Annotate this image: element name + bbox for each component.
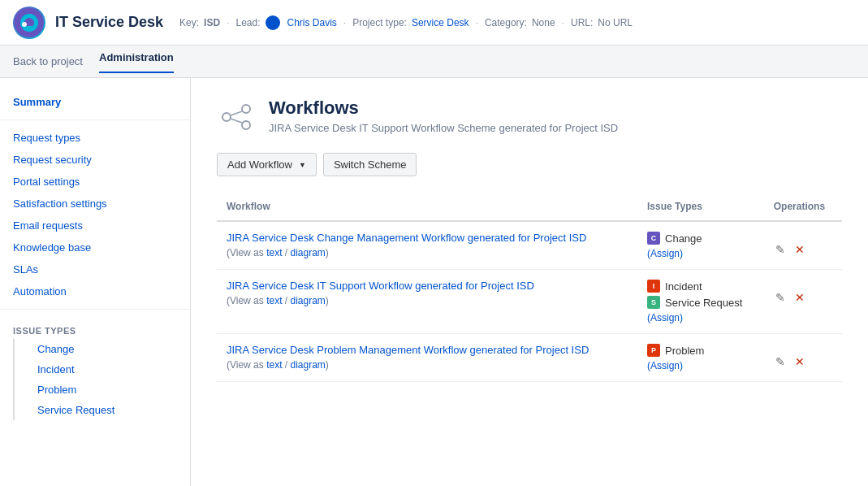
diagram-link-0[interactable]: diagram (291, 247, 326, 258)
issue-type-name: Incident (665, 280, 702, 293)
edit-button-2[interactable]: ✎ (774, 354, 787, 370)
sidebar-item-knowledge-base[interactable]: Knowledge base (0, 236, 190, 258)
edit-button-1[interactable]: ✎ (774, 289, 787, 306)
category-label: Category: (485, 17, 527, 28)
issue-type-icon-service-request: S (647, 296, 660, 309)
assign-link-1[interactable]: (Assign) (647, 312, 754, 323)
delete-button-0[interactable]: ✕ (793, 241, 806, 258)
category-value: None (532, 17, 555, 28)
assign-link-2[interactable]: (Assign) (647, 360, 754, 371)
sidebar-item-portal-settings[interactable]: Portal settings (0, 171, 190, 193)
url-value: No URL (598, 17, 633, 28)
issue-type-name: Service Request (665, 297, 742, 309)
sidebar: Summary Request types Request security P… (0, 78, 191, 486)
sidebar-item-slas[interactable]: SLAs (0, 258, 190, 280)
admin-tab[interactable]: Administration (99, 51, 174, 73)
workflow-view-1: (View as text / diagram) (227, 295, 628, 306)
text-link-1[interactable]: text (266, 295, 282, 306)
text-link-0[interactable]: text (266, 247, 282, 258)
issue-type-name: Change (665, 232, 702, 245)
col-issue-types: Issue Types (637, 193, 764, 221)
workflows-icon (217, 98, 256, 137)
app-header: IT Service Desk Key: ISD · Lead: Chris D… (0, 0, 868, 46)
subheader: Back to project Administration (0, 46, 868, 78)
app-title: IT Service Desk (55, 14, 163, 31)
app-logo (13, 7, 45, 39)
operations-cell-2: ✎ ✕ (774, 344, 832, 370)
lead-label: Lead: (235, 17, 260, 28)
operations-cell-0: ✎ ✕ (774, 232, 832, 258)
type-label: Project type: (352, 17, 407, 28)
edit-button-0[interactable]: ✎ (774, 241, 787, 258)
page-header: Workflows JIRA Service Desk IT Support W… (217, 98, 842, 137)
issue-type-item: S Service Request (647, 296, 754, 309)
back-to-project-link[interactable]: Back to project (13, 55, 83, 67)
page-header-text: Workflows JIRA Service Desk IT Support W… (269, 98, 618, 134)
sidebar-item-change[interactable]: Change (13, 339, 190, 359)
url-label: URL: (571, 17, 593, 28)
workflow-view-0: (View as text / diagram) (227, 247, 628, 258)
issue-type-item: C Change (647, 232, 754, 245)
svg-point-5 (222, 113, 231, 121)
issue-type-item: P Problem (647, 344, 754, 357)
table-header-row: Workflow Issue Types Operations (217, 193, 842, 221)
issue-type-item: I Incident (647, 280, 754, 293)
dot1: · (227, 17, 229, 28)
project-key: ISD (204, 17, 220, 28)
lead-name[interactable]: Chris Davis (287, 17, 337, 28)
svg-point-7 (242, 121, 250, 129)
delete-button-2[interactable]: ✕ (793, 354, 806, 370)
sidebar-item-incident[interactable]: Incident (13, 359, 190, 380)
assign-link-0[interactable]: (Assign) (647, 248, 754, 259)
sidebar-item-satisfaction-settings[interactable]: Satisfaction settings (0, 193, 190, 215)
workflow-name-2[interactable]: JIRA Service Desk Problem Management Wor… (227, 344, 628, 356)
project-type[interactable]: Service Desk (412, 17, 469, 28)
sidebar-item-service-request[interactable]: Service Request (13, 400, 190, 420)
sidebar-item-automation[interactable]: Automation (0, 280, 190, 302)
svg-rect-3 (26, 26, 32, 28)
table-row: JIRA Service Desk Problem Management Wor… (217, 334, 842, 382)
issue-type-icon-problem: P (647, 344, 660, 357)
col-workflow: Workflow (217, 193, 637, 221)
workflows-table: Workflow Issue Types Operations JIRA Ser… (217, 193, 842, 382)
svg-point-4 (22, 22, 27, 27)
svg-line-9 (231, 119, 242, 123)
lead-avatar (266, 15, 280, 30)
table-row: JIRA Service Desk IT Support Workflow ge… (217, 270, 842, 334)
operations-cell-1: ✎ ✕ (774, 280, 832, 306)
dot3: · (476, 17, 478, 28)
svg-point-6 (242, 105, 250, 113)
col-operations: Operations (764, 193, 842, 221)
sidebar-item-problem[interactable]: Problem (13, 380, 190, 400)
sidebar-divider-1 (0, 119, 190, 120)
workflow-view-2: (View as text / diagram) (227, 359, 628, 371)
page-subtitle: JIRA Service Desk IT Support Workflow Sc… (269, 122, 618, 134)
issue-type-icon-incident: I (647, 280, 660, 293)
toolbar: Add Workflow Switch Scheme (217, 153, 842, 176)
main-content: Workflows JIRA Service Desk IT Support W… (191, 78, 868, 486)
dot2: · (343, 17, 346, 28)
dot4: · (562, 17, 564, 28)
delete-button-1[interactable]: ✕ (793, 289, 806, 306)
issue-type-icon-change: C (647, 232, 660, 245)
diagram-link-1[interactable]: diagram (291, 295, 326, 306)
diagram-link-2[interactable]: diagram (291, 359, 326, 371)
issue-types-section-title: Issue types (0, 316, 190, 339)
table-row: JIRA Service Desk Change Management Work… (217, 221, 842, 270)
sidebar-item-request-types[interactable]: Request types (0, 127, 190, 149)
page-title: Workflows (269, 98, 618, 119)
sidebar-item-email-requests[interactable]: Email requests (0, 215, 190, 236)
sidebar-divider-2 (0, 309, 190, 310)
key-label: Key: (179, 17, 199, 28)
project-meta: Key: ISD · Lead: Chris Davis · Project t… (179, 15, 633, 30)
workflow-name-0[interactable]: JIRA Service Desk Change Management Work… (227, 232, 628, 244)
text-link-2[interactable]: text (266, 359, 282, 371)
sidebar-item-summary[interactable]: Summary (0, 91, 190, 113)
workflow-name-1[interactable]: JIRA Service Desk IT Support Workflow ge… (227, 280, 628, 292)
svg-line-8 (231, 111, 242, 115)
switch-scheme-button[interactable]: Switch Scheme (323, 153, 417, 176)
issue-type-name: Problem (665, 345, 704, 357)
sidebar-item-request-security[interactable]: Request security (0, 149, 190, 171)
add-workflow-button[interactable]: Add Workflow (217, 153, 317, 176)
page-layout: Summary Request types Request security P… (0, 78, 868, 486)
